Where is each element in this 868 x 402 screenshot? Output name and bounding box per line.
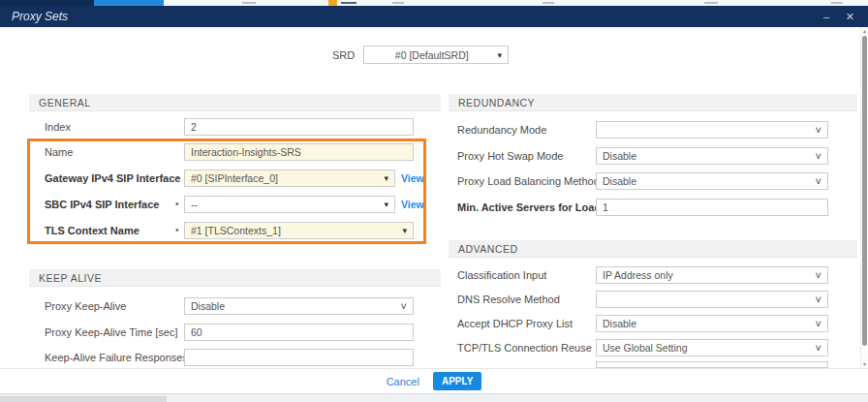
proxy-sets-dialog: Proxy Sets – ✕ SRD #0 [DefaultSRD] ▾ GEN… bbox=[0, 0, 868, 402]
name-label: Name bbox=[45, 143, 73, 161]
section-header-general: GENERAL bbox=[29, 94, 441, 111]
select-chevron-icon: ˅ bbox=[816, 294, 822, 304]
tcp-tls-connection-reuse-label: TCP/TLS Connection Reuse bbox=[457, 339, 592, 356]
accept-dhcp-proxy-list-label: Accept DHCP Proxy List bbox=[457, 315, 573, 332]
apply-button[interactable]: APPLY bbox=[433, 372, 481, 390]
gateway-view-link[interactable]: View bbox=[401, 170, 424, 187]
proxy-keep-alive-time-label: Proxy Keep-Alive Time [sec] bbox=[45, 324, 178, 341]
accept-dhcp-proxy-list-value: Disable bbox=[603, 318, 812, 329]
background-tick bbox=[392, 2, 404, 4]
keep-alive-failure-responses-input[interactable] bbox=[184, 349, 414, 366]
dns-resolve-method-label: DNS Resolve Method bbox=[457, 291, 560, 308]
background-tick bbox=[242, 2, 256, 4]
background-tick bbox=[341, 2, 356, 4]
gateway-ipv4-sip-interface-label: Gateway IPv4 SIP Interface bbox=[45, 170, 180, 187]
background-tick bbox=[831, 2, 843, 4]
select-chevron-icon: ˅ bbox=[816, 176, 822, 186]
select-chevron-icon: ˅ bbox=[816, 151, 822, 161]
name-input[interactable] bbox=[184, 143, 414, 161]
redundancy-mode-label: Redundancy Mode bbox=[457, 121, 546, 139]
proxy-keep-alive-time-input[interactable] bbox=[184, 324, 414, 341]
scrollbar[interactable]: ▴ ▾ bbox=[860, 27, 868, 368]
section-header-redundancy: REDUNDANCY bbox=[449, 94, 857, 111]
redundancy-mode-select[interactable]: ˅ bbox=[596, 121, 828, 139]
proxy-load-balancing-method-value: Disable bbox=[603, 175, 812, 187]
required-bullet-icon: • bbox=[175, 225, 179, 235]
tls-context-name-label: TLS Context Name bbox=[45, 222, 140, 239]
section-header-keep-alive: KEEP ALIVE bbox=[29, 269, 441, 287]
sbc-ipv4-sip-interface-value: -- bbox=[191, 199, 380, 210]
background-tick bbox=[704, 2, 718, 4]
select-chevron-icon: ˅ bbox=[816, 125, 822, 135]
minimize-button[interactable]: – bbox=[823, 9, 829, 24]
select-chevron-icon: ˅ bbox=[816, 343, 822, 353]
proxy-keep-alive-select[interactable]: Disable ˅ bbox=[184, 297, 414, 315]
dropdown-arrow-icon: ▾ bbox=[497, 50, 502, 60]
gateway-ipv4-sip-interface-select[interactable]: #0 [SIPInterface_0] ▾ bbox=[184, 170, 395, 187]
sbc-view-link[interactable]: View bbox=[401, 196, 424, 213]
scrollbar-up-icon[interactable]: ▴ bbox=[861, 28, 868, 34]
section-header-advanced: ADVANCED bbox=[449, 240, 857, 258]
dropdown-arrow-icon: ▾ bbox=[402, 226, 407, 235]
background-bottom-strip bbox=[0, 393, 868, 402]
select-chevron-icon: ˅ bbox=[816, 319, 822, 328]
select-chevron-icon: ˅ bbox=[816, 270, 822, 280]
classification-input-value: IP Address only bbox=[603, 269, 812, 281]
proxy-hot-swap-mode-label: Proxy Hot Swap Mode bbox=[457, 147, 563, 165]
proxy-keep-alive-value: Disable bbox=[191, 300, 397, 312]
tcp-tls-connection-reuse-select[interactable]: Use Global Setting ˅ bbox=[596, 339, 828, 356]
srd-select[interactable]: #0 [DefaultSRD] ▾ bbox=[363, 46, 509, 64]
keep-alive-failure-responses-label: Keep-Alive Failure Responses bbox=[45, 349, 188, 366]
dialog-footer: Cancel APPLY bbox=[0, 368, 868, 393]
index-input[interactable] bbox=[184, 118, 414, 136]
required-bullet-icon: • bbox=[175, 172, 179, 183]
select-chevron-icon: ˅ bbox=[401, 301, 407, 311]
required-bullet-icon: • bbox=[175, 199, 179, 209]
index-label: Index bbox=[45, 118, 71, 136]
classification-input-select[interactable]: IP Address only ˅ bbox=[596, 266, 828, 284]
sbc-ipv4-sip-interface-select[interactable]: -- ▾ bbox=[184, 196, 395, 213]
proxy-hot-swap-mode-value: Disable bbox=[603, 150, 812, 162]
srd-select-value: #0 [DefaultSRD] bbox=[370, 49, 493, 61]
partial-next-field bbox=[596, 361, 828, 368]
tcp-tls-connection-reuse-value: Use Global Setting bbox=[603, 342, 812, 354]
dialog-titlebar: Proxy Sets – ✕ bbox=[0, 6, 868, 27]
cancel-button[interactable]: Cancel bbox=[387, 376, 419, 387]
proxy-load-balancing-method-select[interactable]: Disable ˅ bbox=[596, 172, 828, 190]
background-tick bbox=[542, 2, 554, 4]
min-active-servers-input[interactable] bbox=[596, 199, 828, 216]
scrollbar-down-icon[interactable]: ▾ bbox=[861, 361, 868, 367]
classification-input-label: Classification Input bbox=[457, 266, 546, 284]
sbc-ipv4-sip-interface-label: SBC IPv4 SIP Interface bbox=[45, 196, 159, 213]
dns-resolve-method-select[interactable]: ˅ bbox=[596, 291, 828, 308]
scrollbar-thumb[interactable] bbox=[862, 36, 867, 346]
accept-dhcp-proxy-list-select[interactable]: Disable ˅ bbox=[596, 315, 828, 332]
srd-label: SRD bbox=[332, 46, 355, 64]
proxy-load-balancing-method-label: Proxy Load Balancing Method bbox=[457, 172, 600, 190]
gateway-ipv4-sip-interface-value: #0 [SIPInterface_0] bbox=[191, 172, 380, 184]
tls-context-name-value: #1 [TLSContexts_1] bbox=[191, 225, 398, 236]
dialog-title: Proxy Sets bbox=[12, 10, 68, 23]
tls-context-name-select[interactable]: #1 [TLSContexts_1] ▾ bbox=[184, 222, 414, 239]
proxy-keep-alive-label: Proxy Keep-Alive bbox=[45, 297, 126, 315]
proxy-hot-swap-mode-select[interactable]: Disable ˅ bbox=[596, 147, 828, 165]
background-bottom-segment bbox=[0, 396, 167, 402]
close-button[interactable]: ✕ bbox=[846, 9, 854, 24]
dropdown-arrow-icon: ▾ bbox=[384, 200, 388, 209]
dropdown-arrow-icon: ▾ bbox=[384, 173, 388, 183]
